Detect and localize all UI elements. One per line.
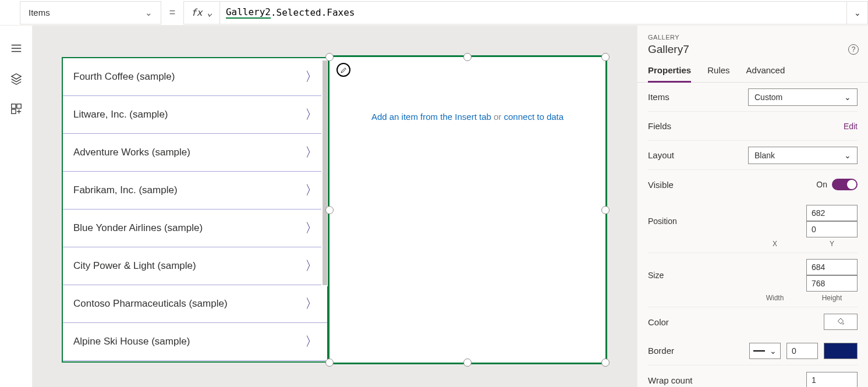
fx-button[interactable]: fx ⌄ <box>183 1 220 24</box>
prop-label: Layout <box>648 150 674 160</box>
prop-label: Fields <box>648 121 671 131</box>
prop-label: Color <box>648 317 669 327</box>
layout-dropdown[interactable]: Blank ⌄ <box>748 147 858 164</box>
visible-toggle[interactable]: On <box>816 179 858 190</box>
or-text: or <box>491 112 504 122</box>
prop-label: Border <box>648 346 674 356</box>
prop-border: Border ⌄ 0 <box>648 336 858 365</box>
canvas[interactable]: Fourth Coffee (sample)〉 Litware, Inc. (s… <box>33 26 637 387</box>
chevron-right-icon: 〉 <box>305 68 318 86</box>
border-style-dropdown[interactable]: ⌄ <box>749 343 781 359</box>
formula-input[interactable]: Gallery2.Selected.Faxes <box>220 1 847 24</box>
svg-rect-1 <box>16 104 20 108</box>
components-icon[interactable] <box>10 102 23 115</box>
layers-icon[interactable] <box>10 72 23 85</box>
resize-handle[interactable] <box>463 53 472 61</box>
toggle-label: On <box>816 180 827 189</box>
svg-rect-0 <box>11 104 15 108</box>
fields-edit-link[interactable]: Edit <box>844 122 858 131</box>
gallery2[interactable]: Fourth Coffee (sample)〉 Litware, Inc. (s… <box>62 57 328 363</box>
prop-layout: Layout Blank ⌄ <box>648 141 858 170</box>
list-item[interactable]: Fabrikam, Inc. (sample)〉 <box>63 172 327 210</box>
edit-template-button[interactable] <box>336 63 350 77</box>
chevron-down-icon: ⌄ <box>145 8 153 18</box>
property-dropdown[interactable]: Items ⌄ <box>20 1 161 24</box>
items-value: Custom <box>754 93 782 102</box>
equals-sign: = <box>161 6 183 19</box>
border-width-input[interactable]: 0 <box>786 343 818 359</box>
control-name: Gallery7 <box>648 43 858 56</box>
insert-tab-link[interactable]: Add an item from the Insert tab <box>371 112 491 122</box>
position-x-input[interactable]: 682 <box>806 205 858 221</box>
connect-data-link[interactable]: connect to data <box>504 112 564 122</box>
resize-handle[interactable] <box>325 206 334 214</box>
formula-token-tail: .Selected.Faxes <box>271 7 355 18</box>
list-item-label: Alpine Ski House (sample) <box>73 336 190 347</box>
help-icon[interactable]: ? <box>848 44 859 55</box>
chevron-right-icon: 〉 <box>305 106 318 123</box>
property-dropdown-label: Items <box>29 8 50 17</box>
line-style-icon <box>753 350 765 352</box>
chevron-right-icon: 〉 <box>305 182 318 199</box>
border-color-swatch[interactable] <box>824 343 858 359</box>
list-item[interactable]: Litware, Inc. (sample)〉 <box>63 96 327 134</box>
pane-tabs: Properties Rules Advanced <box>637 56 868 83</box>
tab-advanced[interactable]: Advanced <box>746 65 785 82</box>
tab-rules[interactable]: Rules <box>707 65 729 82</box>
height-sublabel: Height <box>806 294 858 302</box>
chevron-down-icon: ⌄ <box>770 346 777 356</box>
list-item[interactable]: Blue Yonder Airlines (sample)〉 <box>63 210 327 247</box>
chevron-right-icon: 〉 <box>305 333 318 350</box>
width-value: 684 <box>812 262 825 272</box>
formula-token-gallery2: Gallery2 <box>226 6 271 19</box>
x-sublabel: X <box>749 240 800 248</box>
prop-size: Size 684 768 Width Height <box>648 253 858 307</box>
wrap-value: 1 <box>812 375 816 385</box>
pos-y-value: 0 <box>812 225 816 234</box>
color-swatch[interactable] <box>824 314 858 330</box>
property-pane: GALLERY Gallery7 ? Properties Rules Adva… <box>637 26 868 387</box>
gallery7[interactable]: Add an item from the Insert tab or conne… <box>330 57 605 363</box>
position-y-input[interactable]: 0 <box>806 221 858 237</box>
prop-label: Visible <box>648 180 674 190</box>
left-rail <box>0 26 33 387</box>
height-value: 768 <box>812 279 825 288</box>
items-dropdown[interactable]: Custom ⌄ <box>748 88 858 106</box>
prop-items: Items Custom ⌄ <box>648 83 858 112</box>
chevron-down-icon: ⌄ <box>854 8 861 17</box>
switch-on-icon <box>832 179 858 190</box>
border-width-value: 0 <box>792 346 796 356</box>
artboard: Fourth Coffee (sample)〉 Litware, Inc. (s… <box>62 57 605 363</box>
resize-handle[interactable] <box>463 358 472 367</box>
resize-handle[interactable] <box>601 206 610 214</box>
chevron-down-icon: ⌄ <box>844 151 851 160</box>
prop-label: Items <box>648 92 669 102</box>
resize-handle[interactable] <box>601 53 610 61</box>
prop-label: Wrap count <box>648 375 692 385</box>
size-height-input[interactable]: 768 <box>806 275 858 292</box>
layout-value: Blank <box>754 151 775 160</box>
wrap-count-input[interactable]: 1 <box>806 372 858 387</box>
resize-handle[interactable] <box>601 358 610 367</box>
scrollbar[interactable] <box>321 59 328 286</box>
formula-expand-button[interactable]: ⌄ <box>847 1 868 24</box>
list-item[interactable]: Adventure Works (sample)〉 <box>63 134 327 172</box>
chevron-down-icon: ⌄ <box>207 7 212 18</box>
empty-gallery-message: Add an item from the Insert tab or conne… <box>330 112 605 122</box>
resize-handle[interactable] <box>325 53 334 61</box>
pos-x-value: 682 <box>812 208 825 218</box>
resize-handle[interactable] <box>325 358 334 367</box>
tab-properties[interactable]: Properties <box>648 65 691 83</box>
fx-label: fx <box>191 7 202 18</box>
list-item[interactable]: Fourth Coffee (sample)〉 <box>63 58 327 96</box>
hamburger-icon[interactable] <box>10 42 23 55</box>
fill-icon <box>836 317 845 326</box>
list-item[interactable]: Contoso Pharmaceuticals (sample)〉 <box>63 285 327 323</box>
size-width-input[interactable]: 684 <box>806 259 858 275</box>
list-item[interactable]: City Power & Light (sample)〉 <box>63 247 327 285</box>
list-item[interactable]: Alpine Ski House (sample)〉 <box>63 323 327 361</box>
formula-bar: Items ⌄ = fx ⌄ Gallery2.Selected.Faxes ⌄ <box>0 0 868 26</box>
chevron-down-icon: ⌄ <box>844 93 851 102</box>
chevron-right-icon: 〉 <box>305 295 318 313</box>
list-item-label: Fourth Coffee (sample) <box>73 71 175 83</box>
